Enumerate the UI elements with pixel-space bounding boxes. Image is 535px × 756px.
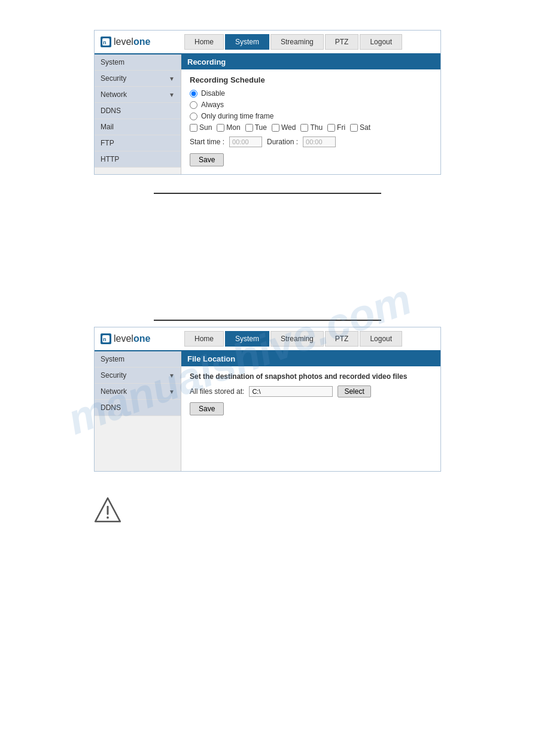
- levelone-logo-icon-2: n: [101, 333, 111, 344]
- checkbox-tue: Tue: [245, 123, 267, 132]
- content-panel-1: Recording Recording Schedule Disable Alw…: [181, 54, 440, 174]
- checkbox-tue-label: Tue: [255, 123, 267, 132]
- checkbox-sat-label: Sat: [360, 123, 370, 132]
- save-button-2[interactable]: Save: [190, 402, 224, 415]
- content-header-2: File Location: [181, 351, 440, 366]
- logo-bar-2: n levelone Home System Streaming PTZ Log…: [95, 327, 440, 351]
- nav-tab-logout-1[interactable]: Logout: [360, 34, 402, 50]
- checkbox-fri-input[interactable]: [327, 124, 335, 132]
- checkbox-mon-input[interactable]: [217, 124, 224, 132]
- content-body-2: Set the destination of snapshot photos a…: [181, 366, 440, 421]
- warning-icon: [93, 496, 123, 526]
- start-time-label: Start time :: [190, 138, 224, 146]
- nav-tab-system-2[interactable]: System: [225, 331, 269, 347]
- time-row: Start time : Duration :: [190, 136, 432, 147]
- nav-tab-home-2[interactable]: Home: [184, 331, 224, 347]
- radio-timeframe-input[interactable]: [190, 113, 197, 120]
- sidebar-label-network-2: Network: [101, 387, 127, 396]
- nav-tabs-1: Home System Streaming PTZ Logout: [184, 34, 434, 50]
- duration-input[interactable]: [303, 136, 336, 147]
- all-files-label: All files stored at:: [190, 387, 244, 396]
- file-location-row: All files stored at: Select: [190, 385, 432, 397]
- sidebar-label-mail-1: Mail: [101, 123, 114, 131]
- sidebar-item-network-1[interactable]: Network ▼: [95, 87, 181, 103]
- sidebar-label-http-1: HTTP: [101, 155, 119, 163]
- sidebar-1: System Security ▼ Network ▼ DDNS Mail FT: [95, 54, 181, 174]
- svg-point-6: [107, 517, 109, 519]
- nav-tab-logout-2[interactable]: Logout: [360, 331, 402, 347]
- logo-one-2: one: [133, 333, 150, 344]
- sidebar-item-system-2[interactable]: System: [95, 351, 181, 368]
- nav-tab-home-1[interactable]: Home: [184, 34, 224, 50]
- divider-2: [154, 320, 381, 321]
- section-title-recording: Recording Schedule: [190, 75, 432, 84]
- arrow-security-2: ▼: [169, 372, 175, 379]
- sidebar-item-system-1[interactable]: System: [95, 54, 181, 71]
- nav-tab-streaming-2[interactable]: Streaming: [270, 331, 324, 347]
- logo-level-2: level: [114, 333, 133, 344]
- sidebar-label-security-2: Security: [101, 371, 126, 379]
- main-content-2: System Security ▼ Network ▼ DDNS File Lo…: [95, 351, 440, 471]
- select-button[interactable]: Select: [338, 385, 370, 397]
- arrow-network-2: ▼: [169, 388, 175, 395]
- sidebar-item-security-2[interactable]: Security ▼: [95, 368, 181, 384]
- radio-timeframe: Only during time frame: [190, 112, 432, 120]
- sidebar-item-mail-1[interactable]: Mail: [95, 119, 181, 135]
- logo-level: level: [114, 37, 133, 47]
- checkbox-sun: Sun: [190, 123, 212, 132]
- checkbox-tue-input[interactable]: [245, 124, 253, 132]
- nav-tab-ptz-1[interactable]: PTZ: [325, 34, 359, 50]
- sidebar-item-ftp-1[interactable]: FTP: [95, 135, 181, 151]
- divider-1: [154, 193, 381, 194]
- radio-disable: Disable: [190, 89, 432, 98]
- nav-tab-system-1[interactable]: System: [225, 34, 269, 50]
- nav-tab-streaming-1[interactable]: Streaming: [270, 34, 324, 50]
- sidebar-label-ddns-1: DDNS: [101, 107, 121, 115]
- checkbox-wed-label: Wed: [281, 123, 296, 132]
- checkbox-thu-input[interactable]: [300, 124, 308, 132]
- svg-text:n: n: [103, 40, 107, 45]
- file-location-panel: n levelone Home System Streaming PTZ Log…: [94, 327, 441, 472]
- logo-text-1: levelone: [114, 37, 150, 47]
- logo-area-2: n levelone: [101, 333, 184, 344]
- logo-text-2: levelone: [114, 333, 150, 344]
- arrow-security-1: ▼: [169, 75, 175, 82]
- file-path-input[interactable]: [249, 386, 333, 397]
- checkbox-wed-input[interactable]: [272, 124, 279, 132]
- logo-one: one: [133, 37, 150, 47]
- radio-disable-label: Disable: [201, 89, 225, 98]
- sidebar-item-ddns-1[interactable]: DDNS: [95, 103, 181, 119]
- recording-panel: n levelone Home System Streaming PTZ Log…: [94, 30, 441, 175]
- radio-disable-input[interactable]: [190, 90, 197, 98]
- checkbox-sat-input[interactable]: [350, 124, 358, 132]
- logo-bar-1: n levelone Home System Streaming PTZ Log…: [95, 31, 440, 54]
- checkbox-sat: Sat: [350, 123, 370, 132]
- page-wrapper: manualshive.com n levelone Home System S…: [0, 0, 535, 756]
- radio-always-label: Always: [201, 101, 224, 109]
- sidebar-item-ddns-2[interactable]: DDNS: [95, 400, 181, 416]
- checkbox-thu: Thu: [300, 123, 323, 132]
- sidebar-label-system-1: System: [101, 58, 124, 66]
- sidebar-item-http-1[interactable]: HTTP: [95, 151, 181, 168]
- content-panel-2: File Location Set the destination of sna…: [181, 351, 440, 471]
- checkbox-mon-label: Mon: [226, 123, 240, 132]
- warning-section: [0, 490, 535, 527]
- radio-always-input[interactable]: [190, 101, 197, 109]
- checkbox-wed: Wed: [272, 123, 296, 132]
- file-location-desc: Set the destination of snapshot photos a…: [190, 372, 432, 381]
- checkbox-mon: Mon: [217, 123, 240, 132]
- duration-label: Duration :: [267, 138, 298, 146]
- nav-tab-ptz-2[interactable]: PTZ: [325, 331, 359, 347]
- sidebar-item-security-1[interactable]: Security ▼: [95, 71, 181, 87]
- nav-tabs-2: Home System Streaming PTZ Logout: [184, 331, 434, 347]
- arrow-network-1: ▼: [169, 92, 175, 98]
- checkbox-fri: Fri: [327, 123, 345, 132]
- sidebar-item-network-2[interactable]: Network ▼: [95, 384, 181, 400]
- save-button-1[interactable]: Save: [190, 153, 224, 166]
- spacer-area: [0, 197, 535, 317]
- svg-text:n: n: [103, 336, 107, 342]
- sidebar-label-security-1: Security: [101, 74, 126, 83]
- start-time-input[interactable]: [229, 136, 262, 147]
- checkbox-sun-input[interactable]: [190, 124, 197, 132]
- days-checkboxes: Sun Mon Tue Wed: [190, 123, 432, 132]
